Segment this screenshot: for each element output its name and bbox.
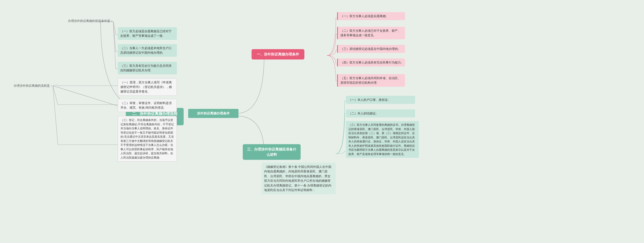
r3-main-text: 《婚姻登记条例》第十条 中国公民同外国人在中国内地自愿离婚的，内地居民同香港居民… <box>262 163 336 194</box>
r1-leaf2: （二）双方当事人必须已对子女抚养、财产、债务等事项达成一致意见. <box>337 27 405 39</box>
mindmap-container: 二、涉外协议离婚办理流程是什么 涉外协议离婚办理条件 一、涉外协议离婚办理条件 … <box>0 0 644 243</box>
r1-leaf1: （一）双方当事人必须是自愿离婚; <box>337 12 405 20</box>
branch1-node: 一、涉外协议离婚办理条件 <box>252 49 304 59</box>
r3-leaf1: （一）本人的户口簿、身份证; <box>346 96 415 104</box>
connections-svg <box>0 0 644 243</box>
r1-leaf3: （三）原结婚登记必须是在中国内地办理的; <box>337 45 405 53</box>
r3-leaf3: （三）双方当事人共同签署的离婚协议书。办理离婚登记的香港居民、澳门居民、台湾居民… <box>346 121 419 158</box>
r1-leaf5: （五）双方当事人必须共同到本省、自治区、直辖市指定的登记机构办理. <box>337 74 405 87</box>
left-flow2: （二）审查，审查证件、证明材料是否齐全、规范、有效;询问相关情况. <box>118 99 177 112</box>
left-flow1: （一）受理，双方当事人填写《申请离婚登记申明书》（登记机关提供），婚姻登记员监督… <box>118 78 177 96</box>
left-flow3: （三）登记，符合离婚条件的，当场予以登记发给离婚证;不符合离婚条件的，不予登记并… <box>118 116 177 162</box>
left-leaf3: （三）双方具有完全行为能力且共同亲自到婚姻登记机关办理. <box>118 62 177 74</box>
left-label-node: 办理涉外协议离婚的流程是： <box>3 82 55 89</box>
left-leaf2: （二）当事人一方必须是本地常住户口且原结婚登记在中国内地办理的. <box>118 44 177 57</box>
top-label-node: 办理涉外协议离婚的前提条件是： <box>53 17 116 25</box>
branch3-node: 三、办理涉外协议离婚应准备什么材料 <box>243 144 301 160</box>
right-connector-node: 涉外协议离婚办理条件 <box>188 109 238 118</box>
r3-leaf2: （二）本人的结婚证; <box>346 109 415 117</box>
svg-rect-0 <box>0 0 644 243</box>
left-leaf1: （一）双方必须是自愿离婚且已经对于女抚养、财产等事项达成了一致. <box>118 27 177 40</box>
r1-leaf4: （四）双方当事人必须具有完全民事行为能力; <box>337 58 405 67</box>
